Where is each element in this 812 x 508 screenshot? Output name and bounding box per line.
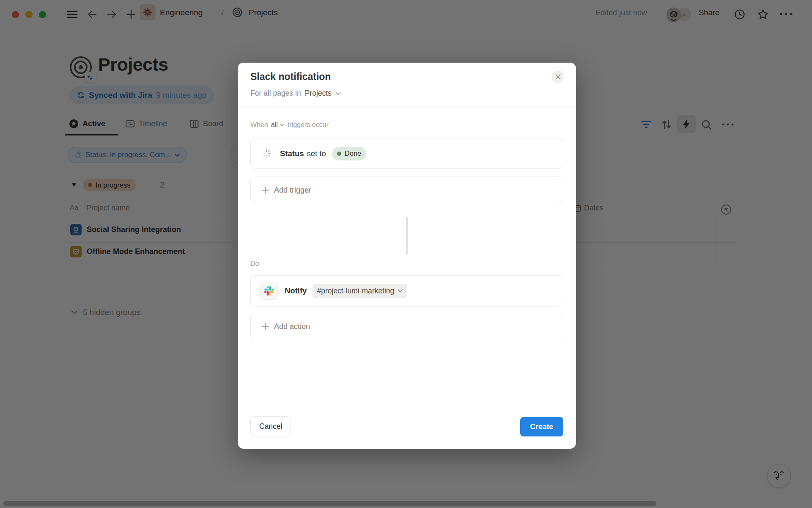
scope-value: Projects: [305, 89, 332, 98]
when-selector-value: all: [271, 121, 278, 129]
trigger-property: Status: [280, 149, 304, 158]
add-trigger-label: Add trigger: [274, 186, 311, 195]
notion-window: Engineering / Projects Edited just now A…: [0, 0, 812, 508]
chevron-down-icon: [398, 289, 403, 293]
close-icon: [555, 74, 561, 80]
trigger-value: Done: [345, 149, 361, 157]
when-prefix: When: [250, 121, 268, 129]
chevron-down-icon: [280, 123, 285, 127]
flow-connector-line: [406, 217, 408, 255]
modal-title: Slack notification: [250, 71, 331, 83]
slack-icon: [260, 282, 278, 300]
close-button[interactable]: [551, 70, 564, 83]
add-trigger-button[interactable]: Add trigger: [250, 177, 563, 204]
done-dot: [337, 152, 341, 156]
status-spinner-icon: [262, 149, 272, 158]
trigger-verb: set to: [307, 149, 326, 158]
add-action-button[interactable]: Add action: [250, 313, 563, 340]
when-suffix: triggers occur: [288, 121, 329, 129]
action-verb: Notify: [285, 286, 307, 295]
scope-row[interactable]: For all pages in Projects: [250, 89, 341, 98]
trigger-mode-selector[interactable]: all: [271, 121, 285, 129]
notify-action-card[interactable]: Notify #project-lumi-marketing: [250, 275, 563, 306]
do-label: Do: [250, 260, 259, 268]
add-action-label: Add action: [274, 322, 310, 331]
plus-icon: [262, 323, 269, 330]
cancel-button[interactable]: Cancel: [250, 416, 291, 436]
slack-notification-modal: Slack notification For all pages in Proj…: [238, 63, 576, 449]
chevron-down-icon: [335, 92, 341, 95]
modal-divider: [238, 107, 576, 108]
create-button[interactable]: Create: [520, 417, 563, 436]
channel-selector[interactable]: #project-lumi-marketing: [313, 284, 407, 298]
when-row: When all triggers occur: [250, 121, 329, 129]
channel-name: #project-lumi-marketing: [317, 287, 394, 295]
trigger-card[interactable]: Status set to Done: [250, 138, 563, 169]
trigger-value-pill[interactable]: Done: [332, 147, 366, 160]
plus-icon: [262, 187, 269, 194]
scope-prefix: For all pages in: [250, 89, 301, 98]
